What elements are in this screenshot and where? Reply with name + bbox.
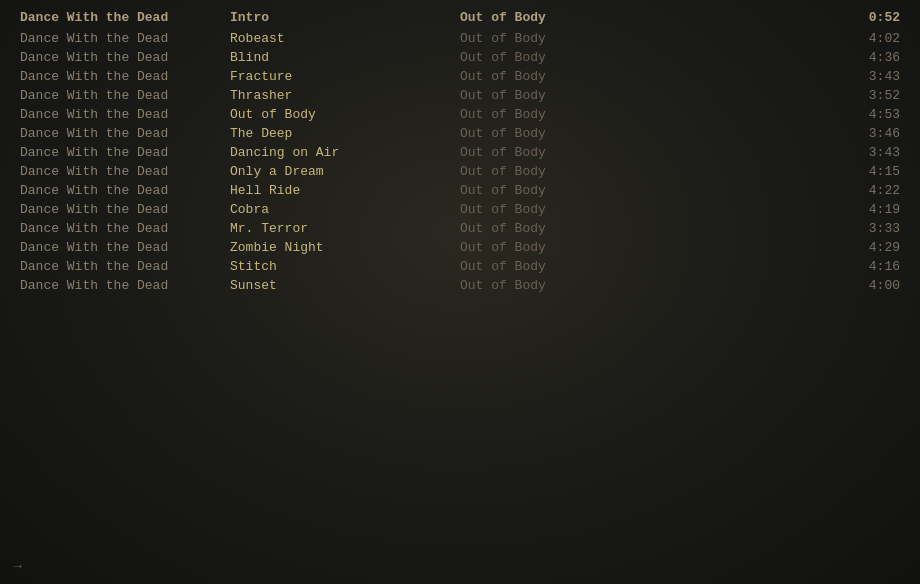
- track-artist: Dance With the Dead: [20, 278, 230, 293]
- header-album: Out of Body: [460, 10, 840, 25]
- track-duration: 4:22: [840, 183, 900, 198]
- track-list: Dance With the Dead Intro Out of Body 0:…: [0, 0, 920, 303]
- track-duration: 4:19: [840, 202, 900, 217]
- track-duration: 3:33: [840, 221, 900, 236]
- track-artist: Dance With the Dead: [20, 107, 230, 122]
- track-album: Out of Body: [460, 88, 840, 103]
- track-duration: 4:15: [840, 164, 900, 179]
- table-row[interactable]: Dance With the DeadStitchOut of Body4:16: [0, 257, 920, 276]
- track-album: Out of Body: [460, 50, 840, 65]
- track-album: Out of Body: [460, 259, 840, 274]
- track-duration: 3:52: [840, 88, 900, 103]
- table-row[interactable]: Dance With the DeadSunsetOut of Body4:00: [0, 276, 920, 295]
- table-row[interactable]: Dance With the DeadOut of BodyOut of Bod…: [0, 105, 920, 124]
- track-album: Out of Body: [460, 221, 840, 236]
- bottom-arrow: →: [14, 559, 22, 574]
- track-duration: 4:29: [840, 240, 900, 255]
- track-title: The Deep: [230, 126, 460, 141]
- table-row[interactable]: Dance With the DeadRobeastOut of Body4:0…: [0, 29, 920, 48]
- track-album: Out of Body: [460, 107, 840, 122]
- track-duration: 3:43: [840, 69, 900, 84]
- table-row[interactable]: Dance With the DeadFractureOut of Body3:…: [0, 67, 920, 86]
- track-album: Out of Body: [460, 202, 840, 217]
- track-duration: 4:00: [840, 278, 900, 293]
- header-title: Intro: [230, 10, 460, 25]
- track-artist: Dance With the Dead: [20, 183, 230, 198]
- track-artist: Dance With the Dead: [20, 202, 230, 217]
- table-row[interactable]: Dance With the DeadOnly a DreamOut of Bo…: [0, 162, 920, 181]
- track-album: Out of Body: [460, 31, 840, 46]
- track-album: Out of Body: [460, 145, 840, 160]
- track-title: Robeast: [230, 31, 460, 46]
- track-title: Stitch: [230, 259, 460, 274]
- track-album: Out of Body: [460, 164, 840, 179]
- table-row[interactable]: Dance With the DeadThe DeepOut of Body3:…: [0, 124, 920, 143]
- track-title: Sunset: [230, 278, 460, 293]
- track-album: Out of Body: [460, 126, 840, 141]
- track-album: Out of Body: [460, 278, 840, 293]
- table-row[interactable]: Dance With the DeadBlindOut of Body4:36: [0, 48, 920, 67]
- track-duration: 4:36: [840, 50, 900, 65]
- header-artist: Dance With the Dead: [20, 10, 230, 25]
- track-artist: Dance With the Dead: [20, 126, 230, 141]
- track-artist: Dance With the Dead: [20, 69, 230, 84]
- track-title: Out of Body: [230, 107, 460, 122]
- track-title: Fracture: [230, 69, 460, 84]
- track-title: Only a Dream: [230, 164, 460, 179]
- track-artist: Dance With the Dead: [20, 50, 230, 65]
- table-row[interactable]: Dance With the DeadCobraOut of Body4:19: [0, 200, 920, 219]
- track-duration: 4:53: [840, 107, 900, 122]
- table-row[interactable]: Dance With the DeadZombie NightOut of Bo…: [0, 238, 920, 257]
- header-duration: 0:52: [840, 10, 900, 25]
- track-artist: Dance With the Dead: [20, 259, 230, 274]
- track-album: Out of Body: [460, 240, 840, 255]
- track-title: Zombie Night: [230, 240, 460, 255]
- track-album: Out of Body: [460, 69, 840, 84]
- track-album: Out of Body: [460, 183, 840, 198]
- track-artist: Dance With the Dead: [20, 31, 230, 46]
- track-duration: 4:02: [840, 31, 900, 46]
- track-artist: Dance With the Dead: [20, 164, 230, 179]
- track-artist: Dance With the Dead: [20, 145, 230, 160]
- track-artist: Dance With the Dead: [20, 88, 230, 103]
- track-duration: 3:46: [840, 126, 900, 141]
- track-title: Thrasher: [230, 88, 460, 103]
- track-artist: Dance With the Dead: [20, 240, 230, 255]
- table-row[interactable]: Dance With the DeadDancing on AirOut of …: [0, 143, 920, 162]
- track-artist: Dance With the Dead: [20, 221, 230, 236]
- track-list-header: Dance With the Dead Intro Out of Body 0:…: [0, 8, 920, 27]
- track-title: Blind: [230, 50, 460, 65]
- track-title: Cobra: [230, 202, 460, 217]
- track-title: Hell Ride: [230, 183, 460, 198]
- table-row[interactable]: Dance With the DeadThrasherOut of Body3:…: [0, 86, 920, 105]
- track-duration: 4:16: [840, 259, 900, 274]
- table-row[interactable]: Dance With the DeadMr. TerrorOut of Body…: [0, 219, 920, 238]
- track-title: Mr. Terror: [230, 221, 460, 236]
- track-duration: 3:43: [840, 145, 900, 160]
- table-row[interactable]: Dance With the DeadHell RideOut of Body4…: [0, 181, 920, 200]
- track-title: Dancing on Air: [230, 145, 460, 160]
